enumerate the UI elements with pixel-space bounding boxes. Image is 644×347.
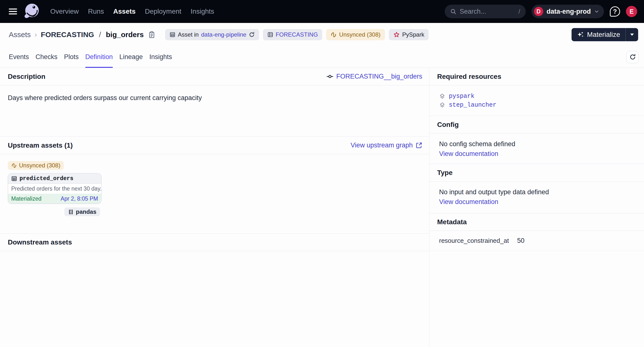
upstream-section-header: Upstream assets (1) View upstream graph xyxy=(0,137,429,154)
type-view-documentation-link[interactable]: View documentation xyxy=(439,198,498,206)
caret-down-icon xyxy=(630,33,634,36)
copy-asset-key-button[interactable] xyxy=(148,31,156,38)
tab-plots[interactable]: Plots xyxy=(64,46,79,68)
page-title: big_orders xyxy=(106,30,144,39)
compute-kind-label: PySpark xyxy=(402,31,424,38)
tag-group-forecasting[interactable]: FORECASTING xyxy=(263,29,322,40)
metadata-title: Metadata xyxy=(437,218,467,226)
nav-item-runs[interactable]: Runs xyxy=(88,8,104,15)
downstream-section-header: Downstream assets xyxy=(0,234,429,251)
view-upstream-graph-link[interactable]: View upstream graph xyxy=(350,142,422,149)
pyspark-star-icon xyxy=(393,32,400,38)
asset-tabs: Events Checks Plots Definition Lineage I… xyxy=(9,46,172,68)
upstream-asset-description: Predicted orders for the next 30 day... xyxy=(8,184,101,194)
asset-tags: Asset in data-eng-pipeline FORECASTING xyxy=(165,29,428,40)
breadcrumb: Assets › FORECASTING / big_orders xyxy=(9,29,428,40)
description-text: Days where predicted orders surpass our … xyxy=(8,94,202,102)
breadcrumb-slash: / xyxy=(98,30,102,39)
help-icon[interactable]: ? xyxy=(610,6,620,16)
pipeline-link[interactable]: data-eng-pipeline xyxy=(201,31,246,38)
pandas-tag[interactable]: pandas xyxy=(64,208,100,216)
config-view-documentation-link[interactable]: View documentation xyxy=(439,150,498,158)
menu-icon[interactable] xyxy=(9,8,17,14)
materialize-split-button: Materialize xyxy=(572,28,638,41)
nav-item-overview[interactable]: Overview xyxy=(50,8,79,15)
search-box[interactable]: / xyxy=(445,5,526,18)
nav-item-assets[interactable]: Assets xyxy=(113,8,136,15)
upstream-asset-card-wrap: predicted_orders Predicted orders for th… xyxy=(8,173,102,216)
resource-layers-icon xyxy=(439,102,446,108)
resource-name: pyspark xyxy=(449,93,474,100)
asset-card-tag-row: pandas xyxy=(8,204,102,216)
tag-unsynced[interactable]: Unsynced (308) xyxy=(326,29,385,40)
tag-asset-in-pipeline[interactable]: Asset in data-eng-pipeline xyxy=(165,29,259,40)
resource-name: step_launcher xyxy=(449,102,496,108)
dagster-logo[interactable] xyxy=(24,2,40,21)
type-body: No input and output type data defined Vi… xyxy=(429,182,644,213)
pandas-label: pandas xyxy=(76,208,96,215)
job-icon xyxy=(327,73,333,80)
description-title: Description xyxy=(8,73,45,80)
tag-prefix: Asset in xyxy=(178,31,198,38)
tab-definition[interactable]: Definition xyxy=(86,46,113,68)
breadcrumb-group: FORECASTING xyxy=(41,30,94,39)
tab-events[interactable]: Events xyxy=(9,46,29,68)
tab-insights[interactable]: Insights xyxy=(149,46,172,68)
tab-lineage[interactable]: Lineage xyxy=(119,46,143,68)
page-header: Assets › FORECASTING / big_orders xyxy=(0,23,644,46)
search-input[interactable] xyxy=(460,8,515,15)
upstream-assets-body: Unsynced (308) predicted_ord xyxy=(0,154,429,234)
refresh-icon[interactable] xyxy=(249,32,255,38)
breadcrumb-assets-link[interactable]: Assets xyxy=(9,30,31,39)
refresh-icon xyxy=(629,54,636,60)
required-resources-header: Required resources xyxy=(429,68,644,86)
metadata-section-header: Metadata xyxy=(429,213,644,231)
primary-nav: Overview Runs Assets Deployment Insights xyxy=(50,8,214,15)
user-avatar[interactable]: E xyxy=(626,6,637,17)
upstream-asset-card[interactable]: predicted_orders Predicted orders for th… xyxy=(8,173,102,204)
type-empty-message: No input and output type data defined xyxy=(439,188,634,196)
type-section-header: Type xyxy=(429,164,644,182)
upstream-unsynced-badge[interactable]: Unsynced (308) xyxy=(8,161,64,170)
config-title: Config xyxy=(437,121,459,128)
top-nav-right: / D data-eng-prod ? E xyxy=(445,5,638,18)
definition-content: Description FORECASTING__big_orders Days… xyxy=(0,68,644,347)
nav-item-insights[interactable]: Insights xyxy=(190,8,214,15)
asset-card-header: predicted_orders xyxy=(8,174,101,184)
asset-definition-page: Overview Runs Assets Deployment Insights… xyxy=(0,0,644,347)
metadata-key: resource_constrained_at xyxy=(439,237,517,244)
metadata-row: resource_constrained_at 50 xyxy=(429,231,644,251)
resource-step-launcher[interactable]: step_launcher xyxy=(439,102,634,108)
deployment-switcher[interactable]: D data-eng-prod xyxy=(532,5,604,18)
downstream-title: Downstream assets xyxy=(8,238,72,246)
tag-pyspark[interactable]: PySpark xyxy=(389,29,429,40)
materialized-status: Materialized xyxy=(11,196,42,202)
breadcrumb-separator: › xyxy=(34,31,37,38)
config-section-header: Config xyxy=(429,116,644,134)
materialize-dropdown-button[interactable] xyxy=(626,28,638,41)
metadata-value: 50 xyxy=(517,237,524,244)
search-icon xyxy=(450,8,456,15)
required-resources-list: pyspark step_launcher xyxy=(429,86,644,116)
resource-pyspark[interactable]: pyspark xyxy=(439,93,634,100)
group-link[interactable]: FORECASTING xyxy=(276,31,318,38)
upstream-unsynced-label: Unsynced (308) xyxy=(19,162,60,169)
view-upstream-graph-label: View upstream graph xyxy=(350,142,413,149)
upstream-asset-name: predicted_orders xyxy=(20,176,74,182)
asset-tabs-row: Events Checks Plots Definition Lineage I… xyxy=(0,46,644,68)
refresh-button[interactable] xyxy=(626,51,639,63)
tab-checks[interactable]: Checks xyxy=(36,46,58,68)
materialize-button[interactable]: Materialize xyxy=(572,28,626,41)
job-link-label: FORECASTING__big_orders xyxy=(336,73,422,80)
unsynced-label: Unsynced (308) xyxy=(339,31,380,38)
required-resources-title: Required resources xyxy=(437,73,501,80)
nav-item-deployment[interactable]: Deployment xyxy=(145,8,181,15)
resource-layers-icon xyxy=(439,93,446,100)
config-body: No config schema defined View documentat… xyxy=(429,134,644,164)
top-nav-left: Overview Runs Assets Deployment Insights xyxy=(9,2,214,21)
chevron-down-icon xyxy=(594,9,599,14)
job-link[interactable]: FORECASTING__big_orders xyxy=(327,73,422,80)
type-title: Type xyxy=(437,169,452,177)
pandas-icon xyxy=(68,209,74,215)
materialization-timestamp-link[interactable]: Apr 2, 8:05 PM xyxy=(61,196,98,202)
